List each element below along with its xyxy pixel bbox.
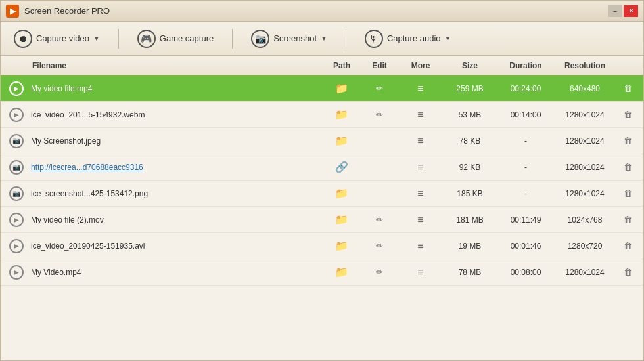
video-icon: ▶	[9, 265, 24, 280]
camera-icon: 📷	[251, 30, 269, 48]
row-resolution: 1280x1024	[555, 189, 614, 198]
title-bar: ▶ Screen Recorder PRO − ✕	[1, 1, 643, 22]
table-row[interactable]: ▶ My video file (2).mov 📁 ✏ ≡ 181 MB 00:…	[1, 207, 643, 233]
delete-icon[interactable]: 🗑	[614, 215, 641, 224]
edit-icon[interactable]: ✏	[361, 241, 398, 251]
col-path: Path	[322, 61, 361, 70]
row-icon-wrap: ▶	[3, 108, 30, 122]
row-duration: 00:11:49	[496, 215, 555, 224]
row-size: 53 MB	[444, 110, 496, 119]
row-size: 185 KB	[444, 189, 496, 198]
row-resolution: 1280x1024	[555, 268, 614, 277]
toolbar-separator-1	[118, 29, 119, 49]
row-size: 19 MB	[444, 242, 496, 251]
screenshot-icon: 📷	[9, 186, 24, 201]
delete-icon[interactable]: 🗑	[614, 110, 641, 119]
row-icon-wrap: ▶	[3, 265, 30, 280]
row-filename: ice_video_20190425-151935.avi	[30, 242, 322, 251]
table-row[interactable]: ▶ My video file.mp4 📁 ✏ ≡ 259 MB 00:24:0…	[1, 75, 643, 102]
row-size: 78 MB	[444, 268, 496, 277]
more-icon[interactable]: ≡	[398, 161, 444, 173]
capture-video-arrow: ▼	[93, 35, 100, 42]
folder-icon[interactable]: 📁	[322, 213, 361, 226]
delete-icon[interactable]: 🗑	[614, 188, 641, 198]
screenshot-label: Screenshot	[273, 33, 317, 43]
toolbar: ⏺ Capture video ▼ 🎮 Game capture 📷 Scree…	[1, 22, 643, 56]
minimize-button[interactable]: −	[608, 5, 622, 17]
video-icon: ▶	[9, 108, 24, 122]
col-duration: Duration	[496, 61, 555, 70]
edit-icon[interactable]: ✏	[361, 267, 398, 277]
row-filename: ice_video_201...5-154932.webm	[30, 110, 322, 119]
edit-icon[interactable]: ✏	[361, 215, 398, 224]
col-size: Size	[444, 61, 496, 70]
row-duration: 00:14:00	[496, 110, 555, 119]
row-filename: ice_screenshot...425-153412.png	[30, 189, 322, 198]
col-edit: Edit	[361, 61, 398, 70]
row-duration: -	[496, 189, 555, 198]
screenshot-icon: 📷	[9, 160, 24, 175]
table-row[interactable]: 📷 My Screenshot.jpeg 📁 ≡ 78 KB - 1280x10…	[1, 128, 643, 154]
app-icon: ▶	[6, 5, 19, 18]
column-headers: Filename Path Edit More Size Duration Re…	[1, 56, 643, 75]
col-resolution: Resolution	[555, 61, 614, 70]
more-icon[interactable]: ≡	[398, 266, 444, 278]
folder-icon[interactable]: 📁	[322, 187, 361, 200]
toolbar-separator-2	[232, 29, 233, 49]
row-size: 181 MB	[444, 215, 496, 224]
row-resolution: 1024x768	[555, 215, 614, 224]
video-icon: ▶	[9, 213, 24, 227]
row-resolution: 640x480	[555, 84, 614, 93]
delete-icon[interactable]: 🗑	[614, 162, 641, 172]
table-row[interactable]: 📷 http://icecrea...d70688eacc9316 🔗 ≡ 92…	[1, 154, 643, 180]
row-resolution: 1280x1024	[555, 163, 614, 172]
more-icon[interactable]: ≡	[398, 109, 444, 121]
folder-icon[interactable]: 📁	[322, 108, 361, 121]
mic-icon: 🎙	[365, 30, 383, 48]
row-size: 259 MB	[444, 84, 496, 93]
capture-audio-button[interactable]: 🎙 Capture audio ▼	[359, 27, 457, 51]
row-resolution: 1280x720	[555, 242, 614, 251]
more-icon[interactable]: ≡	[398, 214, 444, 226]
more-icon[interactable]: ≡	[398, 240, 444, 252]
video-icon: ▶	[9, 81, 24, 96]
screenshot-button[interactable]: 📷 Screenshot ▼	[246, 27, 333, 51]
folder-icon[interactable]: 📁	[322, 240, 361, 252]
row-duration: 00:01:46	[496, 242, 555, 251]
capture-video-button[interactable]: ⏺ Capture video ▼	[9, 27, 105, 51]
main-content: Filename Path Edit More Size Duration Re…	[1, 56, 643, 361]
row-resolution: 1280x1024	[555, 137, 614, 146]
more-icon[interactable]: ≡	[398, 135, 444, 147]
capture-audio-label: Capture audio	[387, 33, 441, 43]
delete-icon[interactable]: 🗑	[614, 136, 641, 146]
window-controls[interactable]: − ✕	[608, 5, 638, 17]
col-more: More	[398, 61, 444, 70]
row-resolution: 1280x1024	[555, 110, 614, 119]
row-icon-wrap: 📷	[3, 186, 30, 201]
capture-video-label: Capture video	[36, 33, 89, 43]
close-button[interactable]: ✕	[624, 5, 638, 17]
delete-icon[interactable]: 🗑	[614, 241, 641, 251]
table-row[interactable]: 📷 ice_screenshot...425-153412.png 📁 ≡ 18…	[1, 180, 643, 207]
edit-icon[interactable]: ✏	[361, 110, 398, 119]
table-row[interactable]: ▶ My Video.mp4 📁 ✏ ≡ 78 MB 00:08:00 1280…	[1, 259, 643, 286]
delete-icon[interactable]: 🗑	[614, 83, 641, 93]
video-icon: ▶	[9, 239, 24, 253]
row-icon-wrap: 📷	[3, 134, 30, 148]
table-row[interactable]: ▶ ice_video_201...5-154932.webm 📁 ✏ ≡ 53…	[1, 102, 643, 128]
folder-icon[interactable]: 📁	[322, 135, 361, 147]
row-icon-wrap: ▶	[3, 81, 30, 96]
table-row[interactable]: ▶ ice_video_20190425-151935.avi 📁 ✏ ≡ 19…	[1, 233, 643, 259]
screenshot-icon: 📷	[9, 134, 24, 148]
game-capture-label: Game capture	[160, 33, 214, 43]
more-icon[interactable]: ≡	[398, 83, 444, 95]
folder-icon[interactable]: 📁	[322, 82, 361, 95]
folder-icon[interactable]: 📁	[322, 266, 361, 278]
more-icon[interactable]: ≡	[398, 188, 444, 200]
edit-icon[interactable]: ✏	[361, 83, 398, 93]
row-filename: My video file (2).mov	[30, 215, 322, 224]
game-capture-button[interactable]: 🎮 Game capture	[132, 27, 219, 51]
link-icon[interactable]: 🔗	[322, 161, 361, 173]
delete-icon[interactable]: 🗑	[614, 267, 641, 277]
row-filename[interactable]: http://icecrea...d70688eacc9316	[30, 163, 322, 172]
